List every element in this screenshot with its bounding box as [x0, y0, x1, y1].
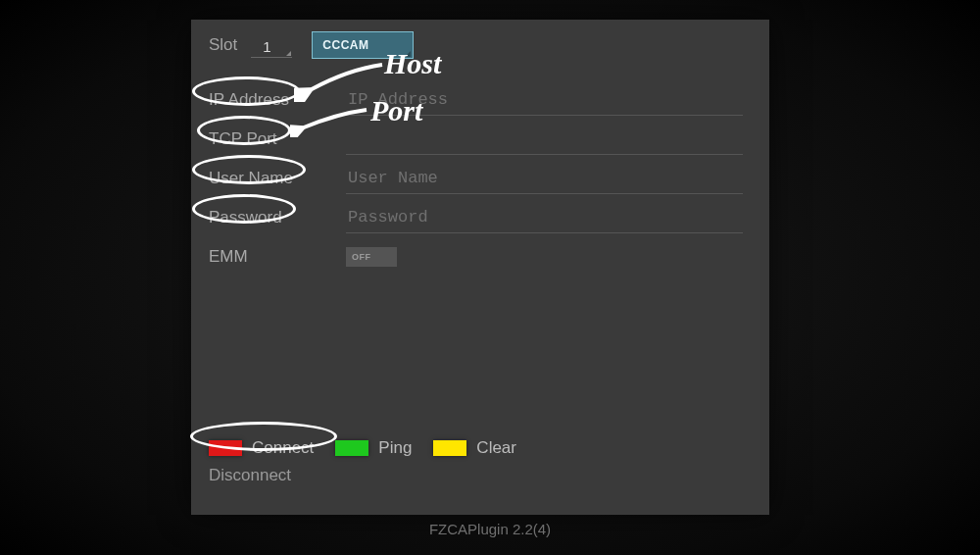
username-input[interactable]: [346, 163, 743, 194]
top-row: Slot 1 CCCAM: [209, 31, 414, 59]
chevron-down-icon: [286, 51, 291, 56]
slot-label: Slot: [209, 35, 237, 55]
ping-label: Ping: [378, 438, 412, 458]
actions-row: Connect Ping Clear: [209, 438, 538, 458]
ip-address-input[interactable]: [346, 84, 743, 116]
yellow-swatch-icon: [433, 440, 466, 456]
protocol-value: CCCAM: [322, 38, 368, 52]
clear-label: Clear: [476, 438, 516, 458]
version-footer: FZCAPlugin 2.2(4): [0, 521, 980, 537]
slot-value: 1: [263, 38, 270, 55]
ip-address-label: IP Address: [209, 90, 346, 110]
password-input[interactable]: [346, 202, 743, 233]
password-label: Password: [209, 208, 346, 227]
tcp-port-input[interactable]: [346, 124, 743, 155]
connect-label: Connect: [252, 438, 314, 458]
clear-button[interactable]: Clear: [433, 438, 516, 458]
connect-button[interactable]: Connect: [209, 438, 314, 458]
username-label: User Name: [209, 169, 346, 188]
emm-label: EMM: [209, 247, 346, 267]
config-panel: Slot 1 CCCAM IP Address TCP Port User Na…: [191, 20, 769, 515]
green-swatch-icon: [335, 440, 368, 456]
chevron-down-icon: [405, 51, 411, 57]
disconnect-button[interactable]: Disconnect: [209, 466, 291, 485]
slot-selector[interactable]: 1: [251, 32, 292, 58]
red-swatch-icon: [209, 440, 242, 456]
tcp-port-label: TCP Port: [209, 129, 346, 149]
config-form: IP Address TCP Port User Name Password E…: [209, 80, 743, 277]
ping-button[interactable]: Ping: [335, 438, 412, 458]
emm-toggle[interactable]: OFF: [346, 247, 397, 267]
protocol-selector[interactable]: CCCAM: [312, 31, 414, 59]
